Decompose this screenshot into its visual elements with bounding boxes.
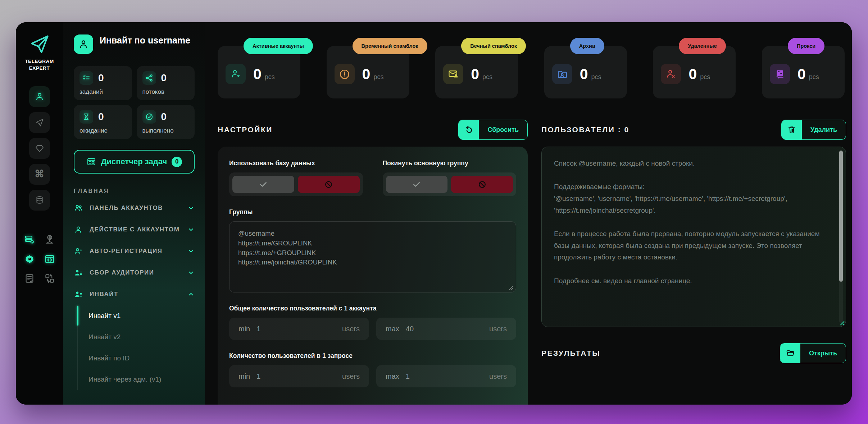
gear-icon[interactable] [24, 254, 35, 264]
card-active-accounts: Активные аккаунты 0pcs [218, 46, 300, 98]
max-value: 1 [406, 372, 410, 381]
results-title: РЕЗУЛЬТАТЫ [541, 349, 600, 358]
scrollbar-track[interactable] [839, 151, 843, 323]
checklist-icon [79, 71, 93, 85]
unit-label: users [342, 372, 360, 381]
document-check-icon[interactable] [24, 273, 35, 284]
resize-handle-icon[interactable] [839, 320, 845, 326]
settings-title: НАСТРОЙКИ [218, 125, 273, 134]
hourglass-icon [79, 110, 93, 124]
total-users-label: Общее количество пользователей с 1 аккау… [229, 305, 516, 312]
chevron-up-icon [187, 291, 195, 298]
status-badge: Удаленные [679, 38, 726, 54]
unit-label: users [342, 325, 360, 333]
main-content: Активные аккаунты 0pcs Временный спамбло… [205, 22, 852, 405]
stat-value: 0 [98, 72, 104, 84]
task-manager-icon [86, 157, 96, 167]
folder-open-icon [780, 344, 800, 363]
nav-item-accounts-panel[interactable]: ПАНЕЛЬ АККАУНТОВ [74, 197, 195, 219]
stat-value: 0 [98, 111, 104, 123]
card-unit: pcs [591, 73, 601, 80]
leave-group-no-button[interactable] [451, 176, 513, 193]
block-icon [324, 180, 333, 189]
total-users-max-input[interactable]: max 40 users [376, 318, 516, 340]
chevron-down-icon [187, 204, 195, 212]
leave-group-toggle [383, 172, 517, 196]
total-users-min-input[interactable]: min 1 users [229, 318, 369, 340]
block-icon [477, 180, 487, 189]
nav-item-label: ПАНЕЛЬ АККАУНТОВ [90, 204, 182, 212]
rail-sender-button[interactable] [29, 112, 50, 133]
nav-item-audience-collection[interactable]: СБОР АУДИТОРИИ [74, 262, 195, 284]
users-title: ПОЛЬЗОВАТЕЛИ : 0 [541, 125, 630, 134]
paper-plane-icon [35, 118, 44, 127]
nav-item-label: ИНВАЙТ [90, 291, 182, 298]
stat-value: 0 [161, 72, 167, 84]
card-unit: pcs [700, 73, 710, 80]
person-heart-icon [226, 64, 246, 84]
task-manager-button[interactable]: Диспетчер задач 0 [74, 150, 195, 174]
chevron-down-icon [187, 248, 195, 255]
use-database-yes-button[interactable] [232, 176, 294, 193]
status-badge: Вечный спамблок [461, 38, 526, 54]
chevron-down-icon [187, 269, 195, 276]
card-proxy: Прокси 0pcs [762, 46, 845, 98]
resize-handle-icon[interactable] [509, 285, 513, 290]
per-request-min-input[interactable]: min 1 users [229, 365, 369, 387]
rail-accounts-button[interactable] [29, 86, 50, 107]
leave-group-yes-button[interactable] [386, 176, 448, 193]
check-circle-icon [142, 110, 156, 124]
database-icon [35, 195, 44, 205]
use-database-no-button[interactable] [298, 176, 360, 193]
nav-item-label: ДЕЙСТВИЕ С АККАУНТОМ [90, 226, 182, 233]
groups-textarea[interactable]: @username https://t.me/GROUPLINK https:/… [229, 221, 516, 292]
rail-premium-button[interactable] [29, 138, 50, 159]
subnav-invite-v1[interactable]: Инвайт v1 [78, 305, 195, 326]
app-window: TELEGRAM EXPERT ⌘ [16, 22, 852, 405]
stat-card-waiting: 0 ожидание [74, 105, 132, 139]
per-request-max-input[interactable]: max 1 users [376, 365, 516, 387]
nav-item-account-action[interactable]: ДЕЙСТВИЕ С АККАУНТОМ [74, 219, 195, 240]
leave-group-label: Покинуть основную группу [383, 160, 517, 167]
status-badge: Прокси [788, 38, 824, 54]
nav-item-auto-registration[interactable]: АВТО-РЕГИСТРАЦИЯ [74, 240, 195, 262]
settings-panel: Использовать базу данных Покинуть основн… [218, 147, 528, 405]
card-unit: pcs [809, 73, 819, 80]
max-prefix: max [386, 372, 399, 381]
reset-button[interactable]: Сбросить [458, 120, 528, 140]
min-prefix: min [238, 372, 250, 381]
check-icon [412, 180, 421, 189]
subnav-invite-v2[interactable]: Инвайт v2 [78, 326, 195, 347]
subnav-invite-via-admin[interactable]: Инвайт через адм. (v1) [78, 369, 195, 390]
code-window-icon[interactable] [44, 254, 55, 264]
stat-card-tasks: 0 заданий [74, 66, 132, 100]
open-button-label: Открыть [800, 344, 846, 363]
subnav-invite-by-id[interactable]: Инвайт по ID [78, 347, 195, 369]
unit-label: users [489, 325, 507, 333]
stat-label: ожидание [79, 127, 126, 134]
stat-card-done: 0 выполнено [137, 105, 195, 139]
nav-item-invite[interactable]: ИНВАЙТ [74, 284, 195, 305]
min-value: 1 [256, 325, 260, 333]
swap-icon[interactable] [44, 273, 55, 284]
stat-label: потоков [142, 88, 189, 96]
use-database-label: Использовать базу данных [229, 160, 363, 167]
card-temp-spamblock: Временный спамблок 0pcs [327, 46, 409, 98]
user-network-icon[interactable] [44, 234, 55, 245]
person-icon [74, 225, 84, 234]
scrollbar-thumb[interactable] [839, 151, 843, 282]
command-icon: ⌘ [35, 169, 44, 179]
delete-users-button[interactable]: Удалить [781, 120, 846, 140]
telegram-expert-logo-icon [28, 33, 51, 55]
server-check-icon[interactable] [24, 234, 35, 245]
users-textarea[interactable]: Список @username, каждый с новой строки.… [541, 147, 846, 327]
open-results-button[interactable]: Открыть [780, 343, 846, 363]
module-title: Инвайт по username [100, 34, 190, 46]
brand-name: TELEGRAM EXPERT [16, 58, 63, 72]
rail-database-button[interactable] [29, 190, 50, 211]
person-x-icon [661, 64, 681, 84]
rail-command-button[interactable]: ⌘ [29, 164, 50, 185]
card-archive: Архив 0pcs [544, 46, 627, 98]
diamond-icon [35, 144, 44, 153]
person-list-icon [74, 268, 84, 277]
